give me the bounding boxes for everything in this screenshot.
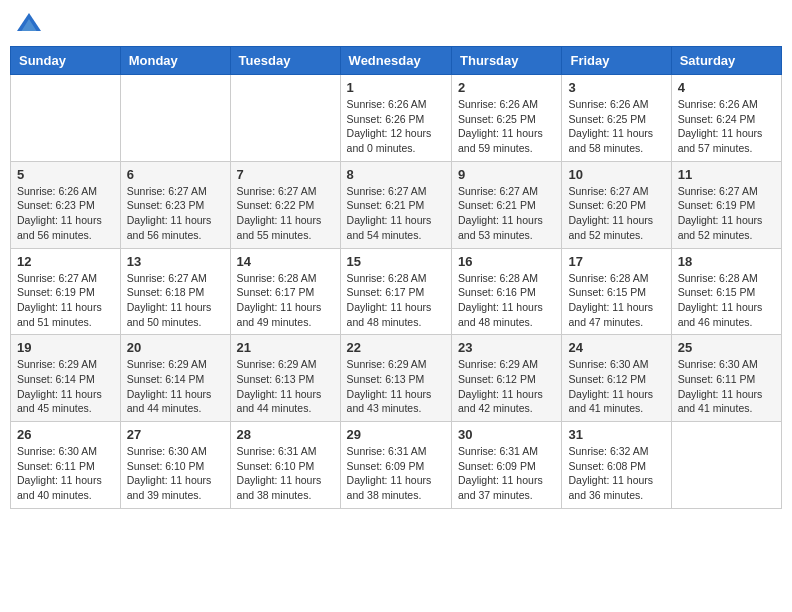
calendar-cell: 12Sunrise: 6:27 AMSunset: 6:19 PMDayligh… xyxy=(11,248,121,335)
day-number: 21 xyxy=(237,340,334,355)
day-info: Sunrise: 6:29 AMSunset: 6:14 PMDaylight:… xyxy=(17,357,114,416)
calendar-cell: 8Sunrise: 6:27 AMSunset: 6:21 PMDaylight… xyxy=(340,161,451,248)
day-info: Sunrise: 6:27 AMSunset: 6:18 PMDaylight:… xyxy=(127,271,224,330)
day-info: Sunrise: 6:29 AMSunset: 6:13 PMDaylight:… xyxy=(347,357,445,416)
calendar-cell: 31Sunrise: 6:32 AMSunset: 6:08 PMDayligh… xyxy=(562,422,671,509)
day-number: 24 xyxy=(568,340,664,355)
day-number: 2 xyxy=(458,80,555,95)
calendar-cell: 10Sunrise: 6:27 AMSunset: 6:20 PMDayligh… xyxy=(562,161,671,248)
calendar-week-row: 12Sunrise: 6:27 AMSunset: 6:19 PMDayligh… xyxy=(11,248,782,335)
day-info: Sunrise: 6:31 AMSunset: 6:09 PMDaylight:… xyxy=(347,444,445,503)
day-info: Sunrise: 6:27 AMSunset: 6:19 PMDaylight:… xyxy=(678,184,775,243)
day-number: 11 xyxy=(678,167,775,182)
day-number: 22 xyxy=(347,340,445,355)
calendar-cell: 13Sunrise: 6:27 AMSunset: 6:18 PMDayligh… xyxy=(120,248,230,335)
calendar-week-row: 1Sunrise: 6:26 AMSunset: 6:26 PMDaylight… xyxy=(11,75,782,162)
day-number: 23 xyxy=(458,340,555,355)
calendar-cell: 4Sunrise: 6:26 AMSunset: 6:24 PMDaylight… xyxy=(671,75,781,162)
day-info: Sunrise: 6:27 AMSunset: 6:22 PMDaylight:… xyxy=(237,184,334,243)
day-info: Sunrise: 6:26 AMSunset: 6:25 PMDaylight:… xyxy=(568,97,664,156)
calendar-cell xyxy=(230,75,340,162)
calendar-cell: 6Sunrise: 6:27 AMSunset: 6:23 PMDaylight… xyxy=(120,161,230,248)
day-number: 26 xyxy=(17,427,114,442)
day-number: 30 xyxy=(458,427,555,442)
day-number: 12 xyxy=(17,254,114,269)
day-number: 17 xyxy=(568,254,664,269)
logo-icon xyxy=(14,10,44,40)
day-info: Sunrise: 6:28 AMSunset: 6:15 PMDaylight:… xyxy=(568,271,664,330)
day-info: Sunrise: 6:28 AMSunset: 6:16 PMDaylight:… xyxy=(458,271,555,330)
day-number: 18 xyxy=(678,254,775,269)
day-number: 28 xyxy=(237,427,334,442)
day-info: Sunrise: 6:28 AMSunset: 6:17 PMDaylight:… xyxy=(237,271,334,330)
day-info: Sunrise: 6:28 AMSunset: 6:15 PMDaylight:… xyxy=(678,271,775,330)
weekday-header: Tuesday xyxy=(230,47,340,75)
day-info: Sunrise: 6:30 AMSunset: 6:12 PMDaylight:… xyxy=(568,357,664,416)
day-info: Sunrise: 6:27 AMSunset: 6:21 PMDaylight:… xyxy=(347,184,445,243)
day-number: 6 xyxy=(127,167,224,182)
day-number: 16 xyxy=(458,254,555,269)
day-info: Sunrise: 6:26 AMSunset: 6:24 PMDaylight:… xyxy=(678,97,775,156)
weekday-header: Wednesday xyxy=(340,47,451,75)
day-info: Sunrise: 6:27 AMSunset: 6:23 PMDaylight:… xyxy=(127,184,224,243)
day-info: Sunrise: 6:30 AMSunset: 6:10 PMDaylight:… xyxy=(127,444,224,503)
day-number: 19 xyxy=(17,340,114,355)
day-number: 10 xyxy=(568,167,664,182)
calendar-cell: 9Sunrise: 6:27 AMSunset: 6:21 PMDaylight… xyxy=(452,161,562,248)
day-info: Sunrise: 6:29 AMSunset: 6:13 PMDaylight:… xyxy=(237,357,334,416)
day-number: 31 xyxy=(568,427,664,442)
day-number: 15 xyxy=(347,254,445,269)
calendar-cell: 19Sunrise: 6:29 AMSunset: 6:14 PMDayligh… xyxy=(11,335,121,422)
calendar-cell: 30Sunrise: 6:31 AMSunset: 6:09 PMDayligh… xyxy=(452,422,562,509)
calendar-cell: 16Sunrise: 6:28 AMSunset: 6:16 PMDayligh… xyxy=(452,248,562,335)
day-info: Sunrise: 6:28 AMSunset: 6:17 PMDaylight:… xyxy=(347,271,445,330)
calendar-cell: 28Sunrise: 6:31 AMSunset: 6:10 PMDayligh… xyxy=(230,422,340,509)
day-info: Sunrise: 6:30 AMSunset: 6:11 PMDaylight:… xyxy=(678,357,775,416)
calendar-week-row: 19Sunrise: 6:29 AMSunset: 6:14 PMDayligh… xyxy=(11,335,782,422)
calendar-cell: 24Sunrise: 6:30 AMSunset: 6:12 PMDayligh… xyxy=(562,335,671,422)
calendar-cell: 25Sunrise: 6:30 AMSunset: 6:11 PMDayligh… xyxy=(671,335,781,422)
calendar-cell: 17Sunrise: 6:28 AMSunset: 6:15 PMDayligh… xyxy=(562,248,671,335)
calendar-week-row: 5Sunrise: 6:26 AMSunset: 6:23 PMDaylight… xyxy=(11,161,782,248)
calendar-cell: 14Sunrise: 6:28 AMSunset: 6:17 PMDayligh… xyxy=(230,248,340,335)
day-info: Sunrise: 6:29 AMSunset: 6:12 PMDaylight:… xyxy=(458,357,555,416)
day-info: Sunrise: 6:32 AMSunset: 6:08 PMDaylight:… xyxy=(568,444,664,503)
day-number: 27 xyxy=(127,427,224,442)
calendar-cell: 29Sunrise: 6:31 AMSunset: 6:09 PMDayligh… xyxy=(340,422,451,509)
calendar-cell: 18Sunrise: 6:28 AMSunset: 6:15 PMDayligh… xyxy=(671,248,781,335)
day-info: Sunrise: 6:26 AMSunset: 6:23 PMDaylight:… xyxy=(17,184,114,243)
calendar-cell: 20Sunrise: 6:29 AMSunset: 6:14 PMDayligh… xyxy=(120,335,230,422)
day-number: 20 xyxy=(127,340,224,355)
calendar-cell: 15Sunrise: 6:28 AMSunset: 6:17 PMDayligh… xyxy=(340,248,451,335)
calendar-cell: 26Sunrise: 6:30 AMSunset: 6:11 PMDayligh… xyxy=(11,422,121,509)
calendar-cell: 3Sunrise: 6:26 AMSunset: 6:25 PMDaylight… xyxy=(562,75,671,162)
day-number: 5 xyxy=(17,167,114,182)
weekday-header: Sunday xyxy=(11,47,121,75)
day-info: Sunrise: 6:29 AMSunset: 6:14 PMDaylight:… xyxy=(127,357,224,416)
day-info: Sunrise: 6:31 AMSunset: 6:09 PMDaylight:… xyxy=(458,444,555,503)
day-number: 8 xyxy=(347,167,445,182)
calendar-cell: 5Sunrise: 6:26 AMSunset: 6:23 PMDaylight… xyxy=(11,161,121,248)
calendar-week-row: 26Sunrise: 6:30 AMSunset: 6:11 PMDayligh… xyxy=(11,422,782,509)
weekday-header: Monday xyxy=(120,47,230,75)
calendar-cell: 7Sunrise: 6:27 AMSunset: 6:22 PMDaylight… xyxy=(230,161,340,248)
day-number: 9 xyxy=(458,167,555,182)
calendar-header-row: SundayMondayTuesdayWednesdayThursdayFrid… xyxy=(11,47,782,75)
calendar-cell: 2Sunrise: 6:26 AMSunset: 6:25 PMDaylight… xyxy=(452,75,562,162)
calendar-cell: 23Sunrise: 6:29 AMSunset: 6:12 PMDayligh… xyxy=(452,335,562,422)
day-number: 29 xyxy=(347,427,445,442)
calendar-cell: 1Sunrise: 6:26 AMSunset: 6:26 PMDaylight… xyxy=(340,75,451,162)
day-number: 13 xyxy=(127,254,224,269)
weekday-header: Thursday xyxy=(452,47,562,75)
calendar-table: SundayMondayTuesdayWednesdayThursdayFrid… xyxy=(10,46,782,509)
day-info: Sunrise: 6:26 AMSunset: 6:26 PMDaylight:… xyxy=(347,97,445,156)
day-number: 3 xyxy=(568,80,664,95)
day-number: 14 xyxy=(237,254,334,269)
weekday-header: Saturday xyxy=(671,47,781,75)
calendar-cell: 11Sunrise: 6:27 AMSunset: 6:19 PMDayligh… xyxy=(671,161,781,248)
day-info: Sunrise: 6:27 AMSunset: 6:19 PMDaylight:… xyxy=(17,271,114,330)
logo xyxy=(14,10,48,40)
calendar-cell xyxy=(120,75,230,162)
calendar-cell xyxy=(11,75,121,162)
calendar-cell: 21Sunrise: 6:29 AMSunset: 6:13 PMDayligh… xyxy=(230,335,340,422)
